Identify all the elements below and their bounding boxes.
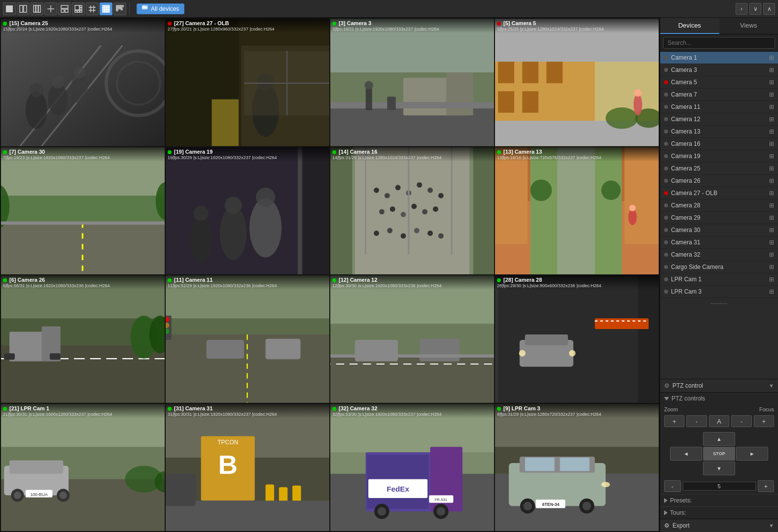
ptz-header[interactable]: ⚙ PTZ control ▼: [660, 379, 778, 393]
device-dot-7: [664, 142, 668, 146]
layout-icon-2[interactable]: [17, 2, 30, 15]
device-grid-icon-11[interactable]: ⊞: [769, 190, 774, 197]
device-item-18[interactable]: LPR Cam 1⊞: [660, 273, 778, 286]
camera-cell-5[interactable]: [7] Camera 30 7|fps:19/23 |s:L|size:1920…: [1, 147, 165, 275]
device-grid-icon-10[interactable]: ⊞: [769, 177, 774, 184]
layout-icon-4[interactable]: [44, 2, 57, 15]
ptz-zoom-minus[interactable]: -: [686, 415, 707, 427]
ptz-controls-label[interactable]: PTZ controls: [660, 393, 778, 404]
ptz-presets-label[interactable]: Presets:: [660, 494, 778, 506]
device-item-0[interactable]: Camera 1⊞: [660, 52, 778, 64]
tab-devices[interactable]: Devices: [660, 18, 719, 34]
device-grid-icon-6[interactable]: ⊞: [769, 128, 774, 135]
camera-cell-11[interactable]: [12] Camera 12 12|fps:30/30 |s:L|size:19…: [330, 275, 494, 403]
device-item-15[interactable]: Camera 31⊞: [660, 236, 778, 249]
device-item-4[interactable]: Camera 11⊞: [660, 101, 778, 113]
camera-cell-4[interactable]: [5] Camera 5 5|fps:25/25 |s:L|size:1280x…: [495, 19, 659, 146]
device-grid-icon-7[interactable]: ⊞: [769, 140, 774, 147]
device-item-5[interactable]: Camera 12⊞: [660, 113, 778, 126]
ptz-speed-increase[interactable]: +: [758, 480, 775, 492]
ptz-focus-plus[interactable]: +: [754, 415, 774, 427]
device-grid-icon-19[interactable]: ⊞: [769, 288, 774, 295]
ptz-tours-label[interactable]: Tours:: [660, 506, 778, 519]
device-grid-icon-4[interactable]: ⊞: [769, 103, 774, 110]
device-grid-icon-16[interactable]: ⊞: [769, 251, 774, 258]
camera-cell-15[interactable]: FedEx FR-531 [32] Camera 32 32|fps:53/30…: [330, 404, 494, 532]
device-grid-icon-3[interactable]: ⊞: [769, 91, 774, 98]
device-grid-icon-12[interactable]: ⊞: [769, 202, 774, 209]
device-grid-icon-0[interactable]: ⊞: [769, 54, 774, 61]
camera-cell-13[interactable]: 100-BUA [21] LPR Cam 1 21|fps:30/31 |s:L…: [1, 404, 165, 532]
ptz-zoom-plus[interactable]: +: [664, 415, 684, 427]
nav-forward-button[interactable]: ›: [736, 3, 747, 15]
device-dot-14: [664, 228, 668, 232]
device-item-19[interactable]: LPR Cam 3⊞: [660, 286, 778, 298]
device-grid-icon-13[interactable]: ⊞: [769, 214, 774, 221]
ptz-speed-input[interactable]: [683, 482, 756, 491]
device-item-17[interactable]: Cargo Side Camera⊞: [660, 261, 778, 273]
tab-views[interactable]: Views: [719, 18, 778, 34]
device-grid-icon-18[interactable]: ⊞: [769, 276, 774, 283]
camera-cell-10[interactable]: [11] Camera 11 11|fps:52/29 |s:L|size:19…: [166, 275, 329, 403]
device-item-12[interactable]: Camera 28⊞: [660, 200, 778, 212]
device-item-7[interactable]: Camera 16⊞: [660, 138, 778, 150]
layout-icon-6[interactable]: [72, 2, 85, 15]
nav-down-button[interactable]: ∨: [749, 3, 761, 15]
layout-icon-1[interactable]: [3, 2, 16, 15]
device-grid-icon-8[interactable]: ⊞: [769, 153, 774, 160]
camera-cell-8[interactable]: [13] Camera 13 13|fps:16/16 |s:L|size:72…: [495, 147, 659, 275]
svg-rect-110: [303, 147, 329, 275]
device-item-2[interactable]: Camera 5⊞: [660, 76, 778, 89]
device-grid-icon-17[interactable]: ⊞: [769, 264, 774, 270]
device-item-9[interactable]: Camera 25⊞: [660, 163, 778, 175]
layout-icon-3[interactable]: [31, 2, 43, 15]
svg-rect-22: [105, 5, 106, 7]
device-grid-icon-14[interactable]: ⊞: [769, 227, 774, 233]
ptz-joy-stop[interactable]: STOP: [703, 447, 735, 461]
layout-icon-7[interactable]: [86, 2, 99, 15]
camera-cell-14[interactable]: B TPCON [31] Camera 31: [166, 404, 329, 532]
export-header[interactable]: ⚙ Export ▼: [660, 519, 778, 532]
svg-rect-42: [118, 7, 120, 9]
camera-cell-7[interactable]: [14] Camera 16 14|fps:31/29 |s:L|size:12…: [330, 147, 494, 275]
camera-cell-2[interactable]: [27] Camera 27 - OLB 27|fps:20/21 |s:L|s…: [166, 19, 329, 146]
camera-info-4: 5|fps:25/25 |s:L|size:1280x1024/332x237 …: [497, 27, 657, 32]
camera-cell-9[interactable]: [6] Camera 26 6|fps:56/31 |s:L|size:1920…: [1, 275, 165, 403]
device-grid-icon-15[interactable]: ⊞: [769, 239, 774, 246]
svg-rect-36: [108, 11, 110, 13]
device-item-10[interactable]: Camera 26⊞: [660, 175, 778, 187]
device-item-8[interactable]: Camera 19⊞: [660, 150, 778, 163]
svg-point-130: [414, 228, 420, 233]
device-grid-icon-1[interactable]: ⊞: [769, 66, 774, 73]
device-item-3[interactable]: Camera 7⊞: [660, 89, 778, 101]
nav-up-button[interactable]: ∧: [763, 3, 775, 15]
all-devices-button[interactable]: All devices: [137, 3, 184, 14]
device-grid-icon-2[interactable]: ⊞: [769, 79, 774, 86]
device-item-6[interactable]: Camera 13⊞: [660, 126, 778, 138]
ptz-focus-minus[interactable]: -: [731, 415, 751, 427]
device-item-13[interactable]: Camera 29⊞: [660, 212, 778, 224]
search-input[interactable]: [663, 37, 775, 49]
camera-title-16: [9] LPR Cam 3: [503, 405, 540, 411]
device-item-14[interactable]: Camera 30⊞: [660, 224, 778, 236]
device-grid-icon-9[interactable]: ⊞: [769, 165, 774, 172]
ptz-joy-down[interactable]: ▼: [703, 462, 735, 475]
ptz-joy-left[interactable]: ◄: [670, 447, 702, 461]
sidebar-tabs: Devices Views: [660, 18, 778, 34]
device-grid-icon-5[interactable]: ⊞: [769, 116, 774, 123]
layout-icon-8[interactable]: [100, 2, 112, 15]
ptz-speed-decrease[interactable]: -: [664, 480, 681, 492]
ptz-joy-up[interactable]: ▲: [703, 432, 735, 446]
camera-cell-16[interactable]: 6TEN-34 [9] LPR Cam 3 9|fps:31/29 |s:L|s…: [495, 404, 659, 532]
camera-cell-1[interactable]: [15] Camera 25 15|fps:25/24 |s:L|size:19…: [1, 19, 165, 146]
camera-cell-3[interactable]: [3] Camera 3 3|fps:19/21 |s:L|size:1920x…: [330, 19, 494, 146]
camera-cell-6[interactable]: [19] Camera 19 19|fps:30/29 |s:L|size:19…: [166, 147, 329, 275]
device-item-11[interactable]: Camera 27 - OLB⊞: [660, 187, 778, 200]
layout-icon-5[interactable]: [58, 2, 71, 15]
device-item-1[interactable]: Camera 3⊞: [660, 64, 778, 76]
camera-cell-12[interactable]: [28] Camera 28 28|fps:29/30 |s:L|size:80…: [495, 275, 659, 403]
device-item-16[interactable]: Camera 32⊞: [660, 249, 778, 261]
ptz-joy-right[interactable]: ►: [736, 447, 768, 461]
layout-icon-9[interactable]: [113, 2, 126, 15]
ptz-focus-a[interactable]: A: [709, 415, 729, 427]
